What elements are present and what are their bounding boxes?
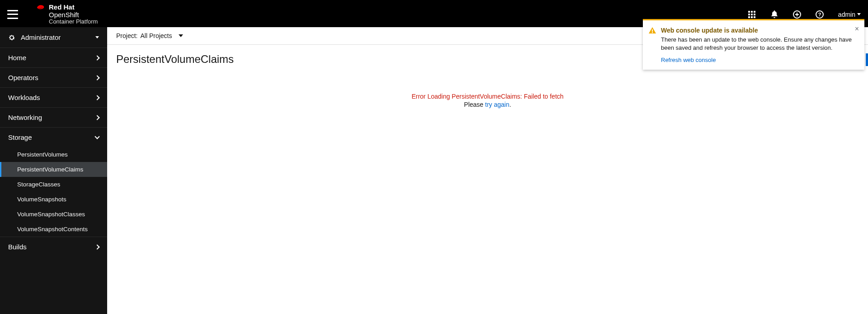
svg-rect-6 (748, 16, 750, 18)
nav-builds[interactable]: Builds (0, 237, 107, 257)
svg-rect-1 (751, 11, 753, 13)
app-launcher-icon[interactable] (748, 10, 756, 19)
chevron-right-icon (94, 115, 99, 120)
sidebar: Administrator Home Operators Workloads N… (0, 27, 107, 314)
brand-line-2: OpenShift (49, 11, 98, 19)
toast-message: There has been an update to the web cons… (661, 36, 857, 52)
try-again-link[interactable]: try again (485, 101, 509, 108)
chevron-right-icon (94, 95, 99, 100)
nav-storage[interactable]: Storage (0, 128, 107, 147)
gear-icon (8, 34, 15, 41)
toast-refresh-link[interactable]: Refresh web console (661, 57, 716, 63)
retry-line: Please try again. (464, 101, 511, 108)
svg-rect-5 (754, 14, 755, 15)
user-menu[interactable]: admin (838, 11, 861, 18)
caret-down-icon (95, 36, 99, 38)
nav-storage-vscn[interactable]: VolumeSnapshotContents (0, 222, 107, 237)
nav-workloads[interactable]: Workloads (0, 88, 107, 107)
nav-networking[interactable]: Networking (0, 108, 107, 127)
perspective-switcher[interactable]: Administrator (0, 27, 107, 48)
project-current: All Projects (140, 32, 172, 39)
update-toast: × Web console update is available There … (643, 19, 864, 70)
error-message: Error Loading PersistentVolumeClaims: Fa… (411, 93, 563, 100)
nav-storage-pvc[interactable]: PersistentVolumeClaims (0, 162, 107, 177)
svg-rect-3 (748, 14, 750, 15)
svg-rect-7 (751, 16, 753, 18)
toast-close-button[interactable]: × (855, 25, 859, 33)
perspective-label: Administrator (21, 33, 61, 41)
chevron-right-icon (94, 55, 99, 60)
nav-storage-pv[interactable]: PersistentVolumes (0, 147, 107, 162)
svg-rect-4 (751, 14, 753, 15)
chevron-right-icon (94, 244, 99, 249)
nav-toggle-button[interactable] (7, 10, 18, 19)
user-name: admin (838, 11, 855, 18)
primary-button-edge[interactable] (866, 53, 868, 66)
chevron-right-icon (94, 75, 99, 80)
chevron-down-icon (94, 134, 99, 139)
nav-storage-vsc[interactable]: VolumeSnapshotClasses (0, 207, 107, 222)
redhat-icon (35, 4, 45, 11)
nav-storage-sc[interactable]: StorageClasses (0, 177, 107, 192)
brand-line-3: Container Platform (49, 19, 98, 25)
caret-down-icon (857, 13, 861, 15)
svg-rect-8 (754, 16, 755, 18)
svg-rect-12 (652, 29, 653, 32)
import-icon[interactable] (793, 10, 801, 19)
project-label: Project: (116, 32, 137, 39)
svg-rect-13 (652, 32, 653, 33)
main-content: Project: All Projects PersistentVolumeCl… (107, 27, 868, 314)
page-title: PersistentVolumeClaims (116, 53, 234, 66)
toast-title: Web console update is available (661, 27, 857, 34)
notifications-icon[interactable] (770, 10, 778, 19)
svg-rect-2 (754, 11, 755, 13)
nav-operators[interactable]: Operators (0, 68, 107, 87)
svg-rect-0 (748, 11, 750, 13)
masthead-toolbar: ? admin (748, 10, 861, 19)
svg-text:?: ? (818, 12, 821, 17)
nav-storage-vs[interactable]: VolumeSnapshots (0, 192, 107, 207)
warning-icon (648, 27, 656, 35)
brand-logo[interactable]: Red Hat OpenShift Container Platform (35, 3, 98, 25)
brand-line-1: Red Hat (49, 3, 98, 11)
caret-down-icon (179, 34, 183, 37)
help-icon[interactable]: ? (816, 10, 824, 19)
nav-home[interactable]: Home (0, 48, 107, 67)
